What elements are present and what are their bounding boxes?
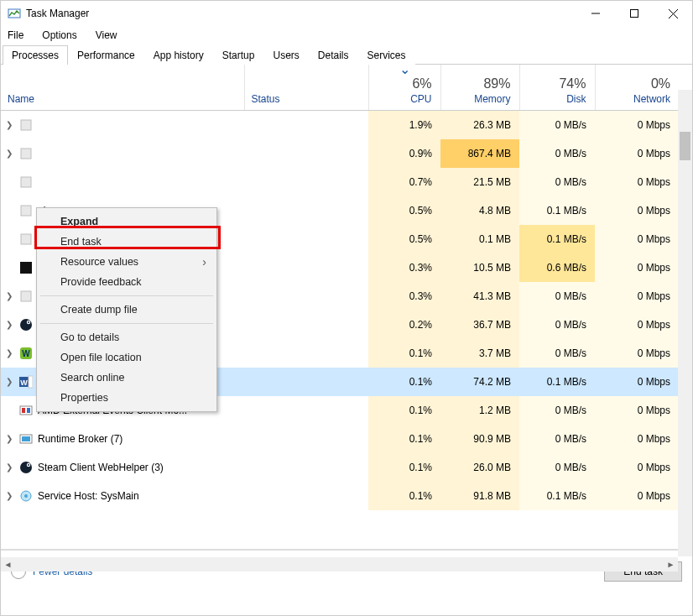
process-name: Steam Client WebHelper (3) bbox=[38, 462, 164, 473]
disk-cell: 0 MB/s bbox=[519, 282, 595, 311]
tab-details[interactable]: Details bbox=[309, 45, 358, 65]
vertical-scrollbar[interactable] bbox=[678, 90, 692, 556]
context-menu-separator bbox=[40, 295, 213, 296]
table-row[interactable]: ❯0.7%21.5 MB0 MB/s0 Mbps bbox=[1, 168, 679, 196]
tab-services[interactable]: Services bbox=[358, 45, 415, 65]
tab-startup[interactable]: Startup bbox=[213, 45, 264, 65]
maximize-button[interactable] bbox=[615, 1, 654, 26]
context-menu-provide-feedback[interactable]: Provide feedback bbox=[39, 272, 215, 292]
svg-rect-21 bbox=[22, 408, 25, 413]
network-cell: 0 Mbps bbox=[595, 196, 679, 225]
horizontal-scrollbar[interactable]: ◄ ► bbox=[1, 557, 678, 572]
minimize-button[interactable] bbox=[576, 1, 615, 26]
menu-file[interactable]: File bbox=[4, 28, 27, 43]
expand-icon[interactable]: ❯ bbox=[4, 320, 14, 329]
cpu-cell: 0.1% bbox=[368, 339, 440, 368]
disk-cell: 0.6 MB/s bbox=[519, 253, 595, 282]
steam-icon bbox=[19, 318, 33, 331]
expand-icon[interactable]: ❯ bbox=[4, 348, 14, 358]
scrollbar-thumb[interactable] bbox=[680, 132, 690, 160]
cpu-cell: 0.1% bbox=[368, 425, 440, 453]
wild-icon: W bbox=[19, 347, 33, 360]
col-status[interactable]: .Status bbox=[244, 65, 368, 110]
svg-rect-5 bbox=[21, 120, 31, 130]
context-menu[interactable]: ExpandEnd taskResource valuesProvide fee… bbox=[36, 207, 217, 412]
table-row[interactable]: ❯Steam Client WebHelper (3)0.1%26.0 MB0 … bbox=[1, 453, 679, 482]
taskmgr-icon bbox=[8, 7, 21, 20]
svg-rect-6 bbox=[21, 149, 31, 159]
expand-icon[interactable]: ❯ bbox=[4, 120, 14, 129]
memory-cell: 0.1 MB bbox=[440, 225, 519, 253]
svg-rect-8 bbox=[21, 206, 31, 216]
expand-icon[interactable]: ❯ bbox=[4, 462, 14, 472]
status-cell bbox=[244, 196, 368, 225]
generic-icon bbox=[19, 147, 33, 160]
expand-icon[interactable]: ❯ bbox=[4, 377, 14, 386]
memory-cell: 36.7 MB bbox=[440, 311, 519, 339]
col-name[interactable]: .Name bbox=[1, 65, 244, 110]
context-menu-resource-values[interactable]: Resource values bbox=[39, 252, 215, 272]
tab-users[interactable]: Users bbox=[263, 45, 308, 65]
table-row[interactable]: ❯0.9%867.4 MB0 MB/s0 Mbps bbox=[1, 139, 679, 168]
window-title: Task Manager bbox=[26, 8, 89, 19]
svg-point-29 bbox=[24, 494, 28, 498]
context-menu-separator bbox=[40, 323, 213, 324]
expand-icon[interactable]: ❯ bbox=[4, 291, 14, 300]
service-icon bbox=[19, 489, 33, 503]
context-menu-create-dump-file[interactable]: Create dump file bbox=[39, 300, 215, 320]
cpu-cell: 0.1% bbox=[368, 396, 440, 425]
disk-cell: 0 MB/s bbox=[519, 339, 595, 368]
status-cell bbox=[244, 339, 368, 368]
expand-icon[interactable]: ❯ bbox=[4, 491, 14, 500]
col-cpu[interactable]: 6%CPU bbox=[368, 65, 440, 110]
tab-performance[interactable]: Performance bbox=[68, 45, 144, 65]
expand-icon[interactable]: ❯ bbox=[4, 149, 14, 158]
disk-cell: 0 MB/s bbox=[519, 168, 595, 196]
network-cell: 0 Mbps bbox=[595, 110, 679, 139]
context-menu-properties[interactable]: Properties bbox=[39, 388, 215, 408]
disk-cell: 0 MB/s bbox=[519, 453, 595, 482]
scroll-left-icon[interactable]: ◄ bbox=[1, 560, 15, 569]
memory-cell: 90.9 MB bbox=[440, 425, 519, 453]
app-icon bbox=[19, 261, 33, 274]
context-menu-go-to-details[interactable]: Go to details bbox=[39, 327, 215, 347]
process-name: Service Host: SysMain bbox=[38, 490, 139, 502]
tab-app-history[interactable]: App history bbox=[144, 45, 213, 65]
col-disk[interactable]: 74%Disk bbox=[519, 65, 595, 110]
disk-cell: 0 MB/s bbox=[519, 425, 595, 453]
disk-cell: 0.1 MB/s bbox=[519, 482, 595, 510]
svg-text:W: W bbox=[20, 378, 28, 387]
close-button[interactable] bbox=[654, 1, 692, 26]
table-row[interactable]: ❯1.9%26.3 MB0 MB/s0 Mbps bbox=[1, 110, 679, 139]
network-cell: 0 Mbps bbox=[595, 282, 679, 311]
steam-icon bbox=[19, 461, 33, 474]
svg-rect-22 bbox=[27, 408, 30, 413]
cpu-cell: 0.1% bbox=[368, 482, 440, 510]
menu-bar: File Options View bbox=[1, 26, 692, 44]
generic-icon bbox=[19, 118, 33, 132]
network-cell: 0 Mbps bbox=[595, 253, 679, 282]
tab-processes[interactable]: Processes bbox=[3, 45, 68, 65]
disk-cell: 0 MB/s bbox=[519, 311, 595, 339]
menu-options[interactable]: Options bbox=[39, 28, 80, 43]
table-row[interactable]: ❯Runtime Broker (7)0.1%90.9 MB0 MB/s0 Mb… bbox=[1, 425, 679, 453]
scroll-right-icon[interactable]: ► bbox=[664, 560, 678, 569]
status-cell bbox=[244, 282, 368, 311]
status-cell bbox=[244, 425, 368, 453]
context-menu-expand[interactable]: Expand bbox=[39, 211, 215, 232]
col-memory[interactable]: 89%Memory bbox=[440, 65, 519, 110]
col-network[interactable]: 0%Network bbox=[595, 65, 679, 110]
table-row[interactable]: ❯Service Host: SysMain0.1%91.8 MB0.1 MB/… bbox=[1, 482, 679, 510]
context-menu-search-online[interactable]: Search online bbox=[39, 368, 215, 388]
svg-point-12 bbox=[20, 319, 32, 331]
context-menu-end-task[interactable]: End task bbox=[39, 232, 215, 252]
menu-view[interactable]: View bbox=[92, 28, 121, 43]
disk-cell: 0.1 MB/s bbox=[519, 196, 595, 225]
svg-rect-10 bbox=[20, 262, 32, 274]
scroll-track[interactable] bbox=[15, 557, 664, 572]
network-cell: 0 Mbps bbox=[595, 168, 679, 196]
expand-icon[interactable]: ❯ bbox=[4, 434, 14, 443]
context-menu-open-file-location[interactable]: Open file location bbox=[39, 347, 215, 368]
memory-cell: 21.5 MB bbox=[440, 168, 519, 196]
disk-cell: 0.1 MB/s bbox=[519, 368, 595, 396]
